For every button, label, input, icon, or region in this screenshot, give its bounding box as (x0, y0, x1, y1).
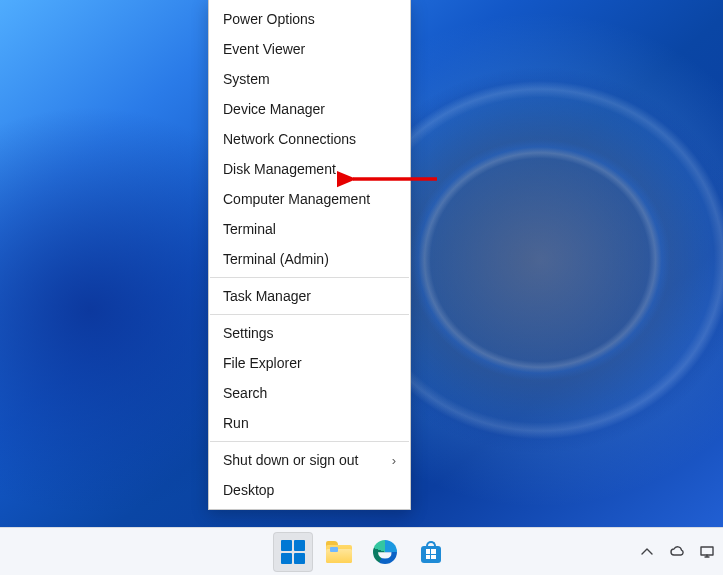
folder-icon (326, 541, 352, 563)
taskbar-edge[interactable] (365, 532, 405, 572)
chevron-up-icon (639, 544, 655, 560)
menu-terminal-admin[interactable]: Terminal (Admin) (209, 244, 410, 274)
menu-system[interactable]: System (209, 64, 410, 94)
menu-item-label: System (223, 71, 270, 87)
tray-overflow[interactable] (637, 538, 657, 566)
menu-separator (210, 277, 409, 278)
menu-item-label: Shut down or sign out (223, 452, 358, 468)
menu-item-label: Settings (223, 325, 274, 341)
menu-item-label: Power Options (223, 11, 315, 27)
menu-power-options[interactable]: Power Options (209, 4, 410, 34)
store-icon (419, 541, 443, 563)
taskbar (0, 527, 723, 575)
menu-desktop[interactable]: Desktop (209, 475, 410, 505)
menu-item-label: Network Connections (223, 131, 356, 147)
menu-separator (210, 314, 409, 315)
menu-separator (210, 441, 409, 442)
menu-item-label: Disk Management (223, 161, 336, 177)
edge-icon (373, 540, 397, 564)
menu-item-label: Search (223, 385, 267, 401)
windows-logo-icon (281, 540, 305, 564)
menu-item-label: File Explorer (223, 355, 302, 371)
menu-item-label: Terminal (223, 221, 276, 237)
chevron-right-icon: › (392, 453, 396, 468)
taskbar-file-explorer[interactable] (319, 532, 359, 572)
taskbar-ms-store[interactable] (411, 532, 451, 572)
start-button[interactable] (273, 532, 313, 572)
menu-file-explorer[interactable]: File Explorer (209, 348, 410, 378)
menu-network-connections[interactable]: Network Connections (209, 124, 410, 154)
menu-terminal[interactable]: Terminal (209, 214, 410, 244)
menu-item-label: Desktop (223, 482, 274, 498)
menu-shutdown-signout[interactable]: Shut down or sign out› (209, 445, 410, 475)
tray-onedrive[interactable] (667, 538, 687, 566)
menu-event-viewer[interactable]: Event Viewer (209, 34, 410, 64)
menu-computer-management[interactable]: Computer Management (209, 184, 410, 214)
menu-item-label: Computer Management (223, 191, 370, 207)
menu-settings[interactable]: Settings (209, 318, 410, 348)
menu-item-label: Task Manager (223, 288, 311, 304)
menu-task-manager[interactable]: Task Manager (209, 281, 410, 311)
menu-item-label: Run (223, 415, 249, 431)
menu-run[interactable]: Run (209, 408, 410, 438)
menu-search[interactable]: Search (209, 378, 410, 408)
winx-context-menu: Power OptionsEvent ViewerSystemDevice Ma… (208, 0, 411, 510)
menu-disk-management[interactable]: Disk Management (209, 154, 410, 184)
menu-item-label: Event Viewer (223, 41, 305, 57)
tray-display[interactable] (697, 538, 717, 566)
cloud-icon (669, 544, 685, 560)
monitor-icon (699, 544, 715, 560)
menu-device-manager[interactable]: Device Manager (209, 94, 410, 124)
menu-item-label: Terminal (Admin) (223, 251, 329, 267)
menu-item-label: Device Manager (223, 101, 325, 117)
